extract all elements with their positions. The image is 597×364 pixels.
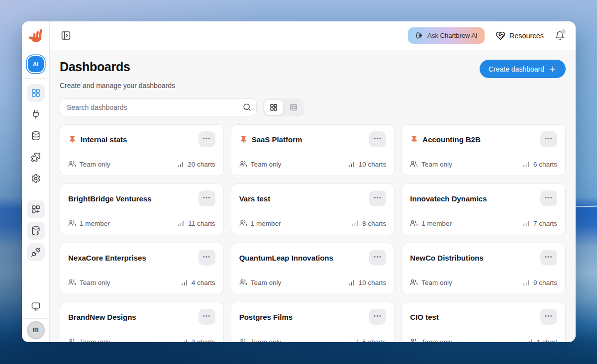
- chart-count-icon: [348, 279, 355, 286]
- card-menu-button[interactable]: •••: [540, 250, 557, 266]
- monitor-icon: [31, 301, 41, 311]
- members-icon: [410, 278, 418, 286]
- card-chart-count: 5 charts: [362, 338, 386, 343]
- user-avatar[interactable]: RI: [27, 321, 45, 339]
- dashboard-card[interactable]: Accounting B2B ••• Team only 6 charts: [401, 124, 566, 176]
- card-menu-button[interactable]: •••: [369, 131, 386, 147]
- dashboard-card-title: NewCo Distributions: [410, 254, 484, 262]
- dashboard-card[interactable]: Vars test ••• 1 member 8 charts: [231, 183, 395, 235]
- dashboard-card[interactable]: NexaCore Enterprises ••• Team only 4 cha…: [60, 243, 224, 294]
- card-chart-count: 20 charts: [188, 161, 215, 168]
- dashboard-card[interactable]: NewCo Distributions ••• Team only 9 char…: [401, 243, 566, 294]
- table-view-button[interactable]: [284, 100, 303, 115]
- gear-icon: [31, 174, 41, 183]
- sidebar-nav: [27, 79, 45, 261]
- ai-brain-icon: [415, 31, 423, 40]
- page-subtitle: Create and manage your dashboards: [60, 82, 566, 90]
- dashboard-grid: Internal stats ••• Team only 20 charts: [60, 124, 566, 342]
- dashboard-card-title: QuantumLeap Innovations: [239, 254, 333, 262]
- create-dashboard-button[interactable]: Create dashboard: [480, 60, 566, 78]
- unplug-icon: [31, 247, 41, 257]
- card-members: Team only: [421, 161, 452, 168]
- members-icon: [239, 219, 247, 227]
- notifications-button[interactable]: [555, 31, 565, 41]
- sidebar-item-integrations[interactable]: [27, 148, 45, 166]
- chart-count-icon: [522, 220, 530, 227]
- chart-count-icon: [177, 220, 185, 227]
- pin-icon: [239, 135, 248, 144]
- dashboard-card[interactable]: BrightBridge Venturess ••• 1 member 11 c…: [60, 183, 224, 235]
- dashboard-card-title: CIO test: [410, 313, 439, 321]
- chart-count-icon: [181, 338, 188, 343]
- card-chart-count: 7 charts: [533, 220, 557, 227]
- members-icon: [410, 160, 418, 168]
- card-chart-count: 8 charts: [362, 220, 386, 227]
- card-chart-count: 11 charts: [188, 220, 215, 227]
- chart-count-icon: [177, 161, 184, 168]
- dashboard-card[interactable]: SaaS Platform ••• Team only 10 charts: [231, 124, 395, 176]
- sidebar-item-settings[interactable]: [27, 170, 45, 187]
- card-menu-button[interactable]: •••: [369, 250, 386, 266]
- resources-label: Resources: [509, 32, 544, 40]
- top-bar: Ask Chartbrew AI Resources: [50, 21, 576, 50]
- panel-expand-icon: [61, 30, 71, 41]
- card-chart-count: 4 charts: [192, 279, 215, 286]
- puzzle-icon: [31, 152, 41, 162]
- members-icon: [68, 278, 76, 286]
- dashboard-card[interactable]: CIO test ••• Team only 1 chart: [401, 302, 566, 342]
- card-menu-button[interactable]: •••: [369, 309, 386, 325]
- members-icon: [410, 219, 418, 227]
- search-input[interactable]: [60, 98, 257, 116]
- members-icon: [68, 160, 76, 168]
- dashboard-card[interactable]: BrandNew Designs ••• Team only 3 charts: [60, 302, 224, 342]
- display-mode-button[interactable]: [27, 297, 45, 315]
- page-title: Dashboards: [60, 60, 130, 74]
- chart-count-icon: [351, 220, 359, 227]
- card-menu-button[interactable]: •••: [199, 131, 215, 147]
- view-toggle: [263, 98, 304, 116]
- card-members: 1 member: [421, 220, 452, 227]
- card-menu-button[interactable]: •••: [199, 250, 215, 266]
- card-members: Team only: [251, 338, 282, 343]
- card-members: Team only: [251, 279, 282, 286]
- dashboard-card[interactable]: Postgres Films ••• Team only 5 charts: [231, 302, 395, 342]
- dashboard-card[interactable]: Internal stats ••• Team only 20 charts: [60, 124, 224, 176]
- sidebar-item-connections[interactable]: [27, 105, 45, 123]
- chart-count-icon: [526, 338, 533, 343]
- add-dataset-button[interactable]: [27, 222, 45, 240]
- chartbrew-logo[interactable]: [22, 21, 49, 50]
- add-dashboard-button[interactable]: [27, 200, 45, 218]
- members-icon: [68, 219, 76, 227]
- sidebar-divider: [22, 318, 49, 319]
- pin-icon: [410, 135, 418, 144]
- dashboard-card[interactable]: QuantumLeap Innovations ••• Team only 10…: [231, 243, 395, 294]
- card-menu-button[interactable]: •••: [540, 309, 557, 325]
- database-icon: [31, 131, 41, 141]
- card-menu-button[interactable]: •••: [199, 190, 215, 206]
- workspace-avatar[interactable]: AI: [28, 56, 44, 72]
- add-connection-button[interactable]: [27, 243, 45, 261]
- chart-count-icon: [522, 279, 530, 286]
- sidebar-toggle-button[interactable]: [61, 30, 71, 41]
- resources-menu[interactable]: Resources: [496, 31, 544, 41]
- dashboard-card-title: BrandNew Designs: [68, 313, 136, 321]
- card-menu-button[interactable]: •••: [540, 131, 557, 147]
- card-menu-button[interactable]: •••: [199, 309, 215, 325]
- members-icon: [239, 160, 247, 168]
- sidebar-item-dashboards[interactable]: [27, 84, 45, 102]
- sidebar-item-datasets[interactable]: [27, 127, 45, 145]
- heart-handshake-icon: [496, 31, 505, 41]
- card-menu-button[interactable]: •••: [369, 190, 386, 206]
- dashboard-card-title: Vars test: [239, 194, 271, 203]
- layout-grid-icon: [31, 88, 41, 98]
- app-window: AI: [22, 21, 576, 342]
- grid-view-button[interactable]: [264, 100, 283, 115]
- dashboards-page: Dashboards Create dashboard Create and m…: [50, 50, 576, 342]
- members-icon: [239, 278, 247, 286]
- chart-count-icon: [351, 338, 359, 343]
- dashboard-card[interactable]: Innovatech Dynamics ••• 1 member 7 chart…: [401, 183, 566, 235]
- sidebar: AI: [22, 21, 50, 342]
- card-members: 1 member: [251, 220, 281, 227]
- card-menu-button[interactable]: •••: [540, 190, 557, 206]
- ask-chartbrew-ai-button[interactable]: Ask Chartbrew AI: [408, 27, 484, 44]
